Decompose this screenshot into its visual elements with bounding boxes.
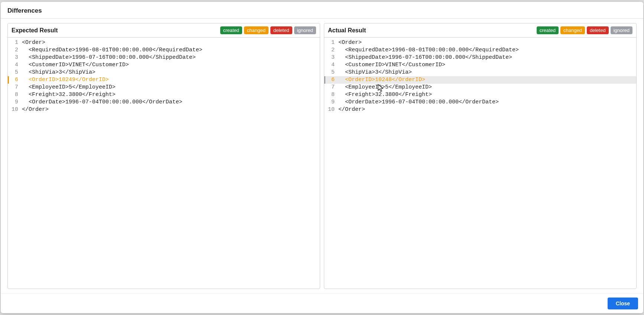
line-number: 7 — [324, 84, 338, 91]
code-line[interactable]: 5 <ShipVia>3</ShipVia> — [8, 69, 320, 76]
code-line[interactable]: 2 <RequiredDate>1996-08-01T00:00:00.000<… — [8, 46, 320, 54]
code-line[interactable]: 7 <EmployeeID>5</EmployeeID> — [324, 84, 636, 91]
code-line[interactable]: 8 <Freight>32.3800</Freight> — [324, 91, 636, 99]
line-number: 1 — [8, 39, 22, 46]
code-line[interactable]: 10</Order> — [8, 106, 320, 113]
code-line[interactable]: 9 <OrderDate>1996-07-04T00:00:00.000</Or… — [8, 99, 320, 106]
badge-deleted[interactable]: deleted — [587, 26, 609, 34]
line-text: <RequiredDate>1996-08-01T00:00:00.000</R… — [22, 46, 320, 54]
expected-panel-title: Expected Result — [12, 27, 58, 34]
code-line[interactable]: 6 <OrderID>10248</OrderID> — [324, 76, 636, 84]
dialog-header: Differences — [1, 2, 643, 19]
badge-ignored[interactable]: ignored — [294, 26, 316, 34]
code-line[interactable]: 3 <ShippedDate>1996-07-16T00:00:00.000</… — [324, 54, 636, 61]
code-line[interactable]: 1<Order> — [324, 39, 636, 46]
code-line[interactable]: 3 <ShippedDate>1996-07-16T00:00:00.000</… — [8, 54, 320, 61]
line-text: <OrderDate>1996-07-04T00:00:00.000</Orde… — [338, 99, 636, 106]
expected-badges: created changed deleted ignored — [220, 26, 316, 34]
line-text: <ShippedDate>1996-07-16T00:00:00.000</Sh… — [338, 54, 636, 61]
line-number: 6 — [324, 76, 338, 84]
actual-panel-title: Actual Result — [328, 27, 366, 34]
differences-dialog: Differences Expected Result created chan… — [1, 2, 643, 313]
line-number: 7 — [8, 84, 22, 91]
badge-changed[interactable]: changed — [560, 26, 585, 34]
code-line[interactable]: 1<Order> — [8, 39, 320, 46]
expected-panel: Expected Result created changed deleted … — [7, 23, 320, 289]
line-text: <OrderDate>1996-07-04T00:00:00.000</Orde… — [22, 99, 320, 106]
line-number: 5 — [324, 69, 338, 76]
line-text: <CustomerID>VINET</CustomerID> — [22, 61, 320, 69]
line-text: <EmployeeID>5</EmployeeID> — [22, 84, 320, 91]
line-number: 1 — [324, 39, 338, 46]
line-text: <Order> — [338, 39, 636, 46]
line-number: 9 — [324, 99, 338, 106]
code-line[interactable]: 4 <CustomerID>VINET</CustomerID> — [324, 61, 636, 69]
code-line[interactable]: 7 <EmployeeID>5</EmployeeID> — [8, 84, 320, 91]
code-line[interactable]: 9 <OrderDate>1996-07-04T00:00:00.000</Or… — [324, 99, 636, 106]
line-number: 3 — [324, 54, 338, 61]
line-text: <OrderID>10249</OrderID> — [22, 76, 320, 84]
code-line[interactable]: 4 <CustomerID>VINET</CustomerID> — [8, 61, 320, 69]
badge-created[interactable]: created — [220, 26, 242, 34]
dialog-body: Expected Result created changed deleted … — [1, 19, 643, 293]
line-text: <Freight>32.3800</Freight> — [338, 91, 636, 99]
expected-code[interactable]: 1<Order>2 <RequiredDate>1996-08-01T00:00… — [8, 38, 320, 289]
line-number: 2 — [324, 46, 338, 54]
badge-ignored[interactable]: ignored — [611, 26, 632, 34]
line-number: 6 — [8, 76, 22, 84]
line-text: </Order> — [338, 106, 636, 113]
line-text: <RequiredDate>1996-08-01T00:00:00.000</R… — [338, 46, 636, 54]
code-line[interactable]: 2 <RequiredDate>1996-08-01T00:00:00.000<… — [324, 46, 636, 54]
expected-panel-head: Expected Result created changed deleted … — [8, 23, 320, 38]
line-text: <CustomerID>VINET</CustomerID> — [338, 61, 636, 69]
dialog-footer: Close — [1, 293, 643, 313]
dialog-title: Differences — [7, 7, 637, 15]
line-text: <ShippedDate>1996-07-16T00:00:00.000</Sh… — [22, 54, 320, 61]
actual-badges: created changed deleted ignored — [537, 26, 632, 34]
line-number: 5 — [8, 69, 22, 76]
line-number: 8 — [324, 91, 338, 99]
actual-panel-head: Actual Result created changed deleted ig… — [324, 23, 636, 38]
line-number: 2 — [8, 46, 22, 54]
line-number: 4 — [324, 61, 338, 69]
line-text: <ShipVia>3</ShipVia> — [338, 69, 636, 76]
badge-changed[interactable]: changed — [244, 26, 269, 34]
line-number: 3 — [8, 54, 22, 61]
actual-code[interactable]: 1<Order>2 <RequiredDate>1996-08-01T00:00… — [324, 38, 636, 289]
line-number: 10 — [324, 106, 338, 113]
line-text: <EmployeeID>5</EmployeeID> — [338, 84, 636, 91]
code-line[interactable]: 5 <ShipVia>3</ShipVia> — [324, 69, 636, 76]
line-number: 8 — [8, 91, 22, 99]
line-number: 4 — [8, 61, 22, 69]
badge-deleted[interactable]: deleted — [270, 26, 292, 34]
line-number: 10 — [8, 106, 22, 113]
badge-created[interactable]: created — [537, 26, 559, 34]
close-button[interactable]: Close — [608, 298, 638, 309]
actual-panel: Actual Result created changed deleted ig… — [324, 23, 637, 289]
line-text: <Order> — [22, 39, 320, 46]
code-line[interactable]: 6 <OrderID>10249</OrderID> — [8, 76, 320, 84]
line-text: <OrderID>10248</OrderID> — [338, 76, 636, 84]
line-text: <ShipVia>3</ShipVia> — [22, 69, 320, 76]
line-text: <Freight>32.3800</Freight> — [22, 91, 320, 99]
code-line[interactable]: 8 <Freight>32.3800</Freight> — [8, 91, 320, 99]
code-line[interactable]: 10</Order> — [324, 106, 636, 113]
line-text: </Order> — [22, 106, 320, 113]
line-number: 9 — [8, 99, 22, 106]
